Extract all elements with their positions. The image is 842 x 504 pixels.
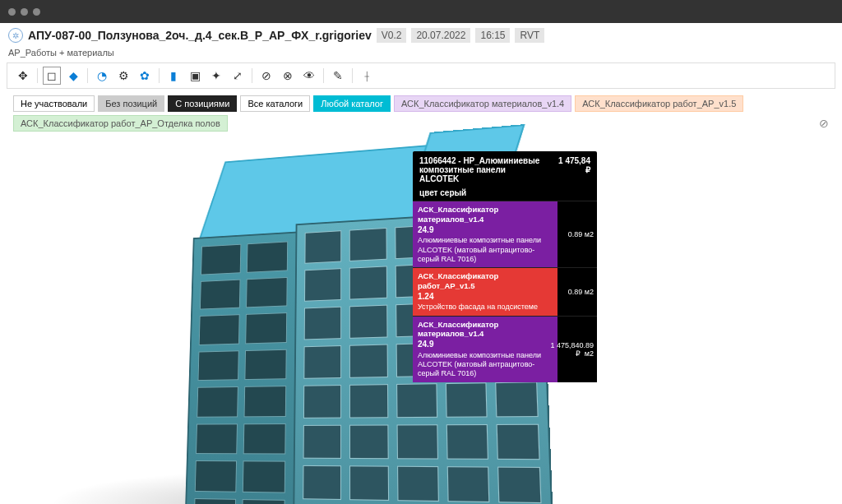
filter-with-positions[interactable]: С позициями <box>168 95 237 112</box>
time-badge: 16:15 <box>475 28 510 43</box>
metric-block: 0.89 м2 <box>557 201 597 267</box>
edit-icon[interactable]: ✎ <box>329 67 347 85</box>
viewer-toolbar: ✥ ◻ ◆ ◔ ⚙ ✿ ▮ ▣ ✦ ⤢ ⊘ ⊗ 👁 ✎ ⟊ <box>7 62 835 89</box>
classifier-desc: Алюминиевые композитные панели ALCOTEK (… <box>418 236 553 264</box>
format-badge: RVT <box>515 28 544 43</box>
classifier-block: АСК_Классификатор материалов_v1.4 24.9 А… <box>413 317 557 382</box>
metric-block: 1 475,840.89 ₽ м2 <box>557 317 597 382</box>
tooltip-row: АСК_Классификатор работ_АР_v1.5 1.24 Уст… <box>413 267 597 316</box>
metric-unit: м2 <box>585 288 594 296</box>
window-titlebar <box>0 0 842 23</box>
classifier-code: 1.24 <box>418 292 553 303</box>
eye-icon[interactable]: 👁 <box>300 67 318 85</box>
metric-unit: м2 <box>585 230 594 238</box>
cube-outline-icon[interactable]: ◻ <box>43 67 61 85</box>
focus-square-icon[interactable]: ▣ <box>186 67 204 85</box>
version-badge: V0.2 <box>377 28 407 43</box>
metric-unit: ₽ <box>576 349 581 358</box>
metric-value: 0.89 <box>568 288 583 296</box>
classifier-desc: Алюминиевые композитные панели ALCOTEK (… <box>418 351 553 379</box>
filter-all-catalogs[interactable]: Все каталоги <box>240 95 310 112</box>
document-header: ✲ АПУ-087-00_Ползунова_2оч._д.4_сек.В_Р_… <box>0 23 842 48</box>
tooltip-title-line2: композитные панели ALCOTEK <box>419 165 543 183</box>
tooltip-row: АСК_Классификатор материалов_v1.4 24.9 А… <box>413 316 597 382</box>
classifier-name: АСК_Классификатор материалов_v1.4 <box>418 205 553 224</box>
filter-no-positions[interactable]: Без позиций <box>98 95 164 112</box>
filter-classifier-works[interactable]: АСК_Классификатор работ_АР_v1.5 <box>575 95 743 112</box>
classifier-block: АСК_Классификатор работ_АР_v1.5 1.24 Уст… <box>413 268 557 316</box>
metric-unit2: м2 <box>585 349 594 358</box>
tooltip-header: 11066442 - НР_Алюминиевые композитные па… <box>413 151 597 188</box>
eye-off-icon[interactable]: ⊘ <box>257 67 275 85</box>
person-icon[interactable]: ⟊ <box>358 67 376 85</box>
windows-grid-left <box>194 241 289 504</box>
separator <box>323 68 324 83</box>
classifier-code: 24.9 <box>418 340 553 350</box>
tooltip-row: АСК_Классификатор материалов_v1.4 24.9 А… <box>413 201 597 267</box>
classifier-name: АСК_Классификатор материалов_v1.4 <box>418 320 553 340</box>
filter-classifier-materials[interactable]: АСК_Классификатор материалов_v1.4 <box>394 95 571 112</box>
fit-icon[interactable]: ⤢ <box>229 67 247 85</box>
metric-block: 0.89 м2 <box>557 268 597 316</box>
date-badge: 20.07.2022 <box>411 28 470 43</box>
classifier-code: 24.9 <box>418 225 553 236</box>
tooltip-price: 1 475,84 <box>558 156 590 165</box>
metric-value2: 0.89 <box>579 341 594 349</box>
metric-value: 0.89 <box>568 230 583 238</box>
metric-value: 1 475,84 <box>550 341 579 349</box>
comment-icon[interactable]: ▮ <box>164 67 183 85</box>
traffic-light-zoom[interactable] <box>33 8 40 16</box>
tooltip-color-label: цвет серый <box>413 188 597 201</box>
speed-icon[interactable]: ◔ <box>93 67 111 85</box>
filter-any-catalog[interactable]: Любой каталог <box>313 95 391 112</box>
tooltip-title-line1: 11066442 - НР_Алюминиевые <box>419 156 543 165</box>
aperture-icon[interactable]: ✿ <box>136 67 154 85</box>
element-tooltip: 11066442 - НР_Алюминиевые композитные па… <box>413 151 597 382</box>
building-facade-left <box>184 232 297 504</box>
separator <box>252 68 252 83</box>
target-icon[interactable]: ✦ <box>207 67 225 85</box>
eye-hidden-icon[interactable]: ⊗ <box>279 67 297 85</box>
filter-not-participated[interactable]: Не участвовали <box>13 95 95 112</box>
traffic-light-minimize[interactable] <box>21 8 28 16</box>
tooltip-currency: ₽ <box>558 165 590 174</box>
model-viewport[interactable]: 11066442 - НР_Алюминиевые композитные па… <box>0 118 842 504</box>
classifier-block: АСК_Классификатор материалов_v1.4 24.9 А… <box>413 201 557 267</box>
cube-solid-icon[interactable]: ◆ <box>64 67 82 85</box>
document-subtitle: АР_Работы + материалы <box>0 48 842 61</box>
orbit-icon[interactable]: ✥ <box>14 67 32 85</box>
separator <box>352 68 353 83</box>
classifier-name: АСК_Классификатор работ_АР_v1.5 <box>418 271 553 291</box>
classifier-desc: Устройство фасада на подсистеме <box>418 303 553 312</box>
separator <box>37 68 38 83</box>
gear-icon[interactable]: ⚙ <box>114 67 132 85</box>
separator <box>87 68 88 83</box>
separator <box>159 68 160 83</box>
traffic-light-close[interactable] <box>8 8 16 16</box>
document-title: АПУ-087-00_Ползунова_2оч._д.4_сек.В_Р_АР… <box>28 29 372 42</box>
app-logo-icon: ✲ <box>8 28 23 43</box>
